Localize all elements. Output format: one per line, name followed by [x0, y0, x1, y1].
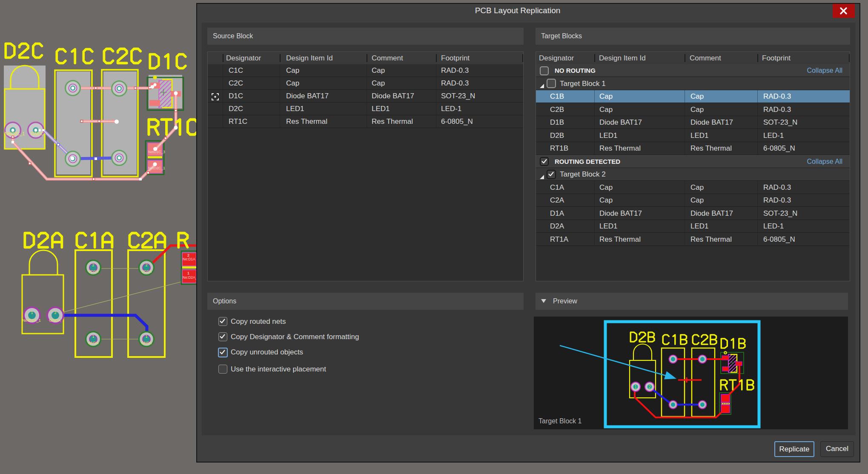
svg-text:2: 2 [648, 385, 651, 389]
svg-text:Ne:D2A_: Ne:D2A_ [183, 275, 198, 280]
svg-text:1: 1 [634, 385, 637, 389]
svg-text:GNDA: GNDA [49, 318, 61, 323]
svg-text:NetD2A_1: NetD2A_1 [22, 318, 41, 323]
svg-text:1: 1 [145, 334, 147, 339]
svg-text:NetD2C_1: NetD2C_1 [5, 131, 25, 136]
svg-text:1: 1 [187, 271, 189, 275]
svg-text:1: 1 [31, 311, 33, 315]
svg-text:VCCA: VCCA [88, 269, 98, 274]
svg-text:GNDA: GNDA [88, 341, 99, 345]
svg-text:GNDA: GNDA [141, 341, 152, 345]
svg-text:2: 2 [54, 311, 56, 315]
svg-text:2: 2 [145, 263, 147, 267]
svg-text:VCCA: VCCA [141, 269, 152, 274]
svg-text:1: 1 [92, 334, 94, 339]
svg-text:Ne:D1A: Ne:D1A [183, 257, 195, 261]
svg-text:2: 2 [92, 263, 94, 267]
svg-text:GNDC: GNDC [31, 131, 43, 136]
svg-text:NetD1C_3: NetD1C_3 [148, 150, 165, 154]
svg-text:NetD2C_1: NetD2C_1 [148, 166, 165, 170]
